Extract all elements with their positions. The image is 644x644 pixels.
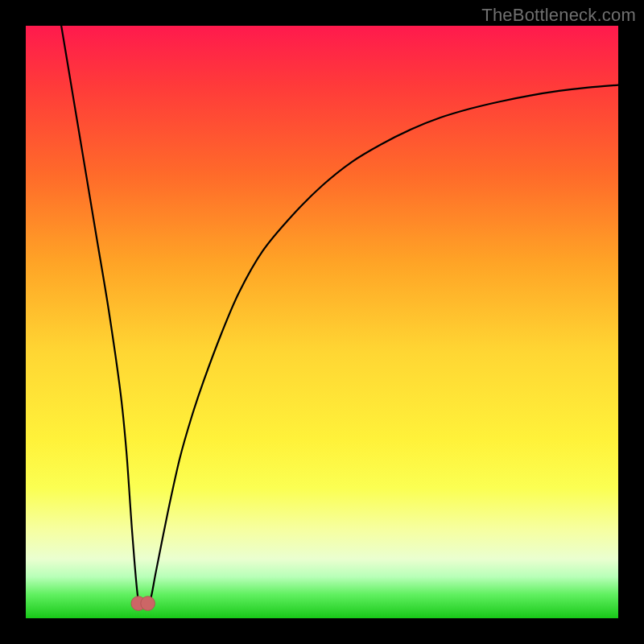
curve-minimum-markers: [131, 597, 155, 611]
watermark-text: TheBottleneck.com: [481, 5, 636, 26]
plot-area: [26, 26, 618, 618]
bottleneck-chart: [26, 26, 618, 618]
bottleneck-curve-path: [61, 26, 618, 608]
marker-right-bump: [141, 597, 155, 611]
